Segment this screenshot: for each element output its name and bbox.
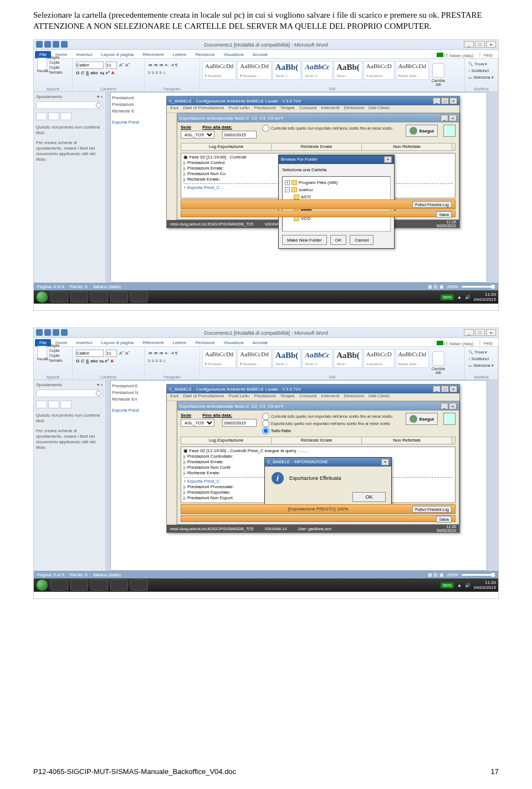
tab-riferimenti[interactable]: Riferimenti xyxy=(138,51,168,58)
select-item[interactable]: ▭ Seleziona ▾ xyxy=(468,74,494,81)
copy-item[interactable]: Copia xyxy=(49,60,69,65)
nav-msg-1: Questo documento non contiene titoli. xyxy=(36,125,103,136)
tab-layout[interactable]: Layout di pagina xyxy=(97,51,139,58)
style-normale[interactable]: AaBbCcDd¶ Normale xyxy=(202,61,236,80)
replace-item[interactable]: ↕ Sostituisci xyxy=(468,68,494,74)
taskbar-item[interactable] xyxy=(70,291,88,303)
nav-msg-2: Per creare schede di spostamento, creare… xyxy=(36,140,103,162)
export-log: Fase 02 [11:19:00] - Controlli Prestazio… xyxy=(181,153,456,198)
chk-controlla[interactable] xyxy=(262,125,269,132)
taskbar-item[interactable] xyxy=(110,291,128,303)
date-input[interactable] xyxy=(222,131,257,139)
style-enfasi[interactable]: AaBbCcDdEnfasi delic... xyxy=(396,61,429,80)
minimize-button[interactable]: _ xyxy=(464,41,474,48)
status-lang[interactable]: Italiano (Italia) xyxy=(93,284,121,289)
start-button[interactable] xyxy=(36,579,48,591)
style-titolo[interactable]: AaBb(Titolo xyxy=(334,61,362,80)
export-icon[interactable] xyxy=(443,125,456,137)
salva-button[interactable]: Salva xyxy=(436,516,452,522)
status-page[interactable]: Pagina: 4 di 4 xyxy=(37,284,64,289)
underline-button[interactable]: S xyxy=(86,70,89,75)
tab-richieste[interactable]: Richieste Errate xyxy=(272,144,362,150)
bold-button[interactable]: G xyxy=(76,70,79,75)
nav-tab-3[interactable] xyxy=(60,112,71,120)
tab-acrobat[interactable]: Acrobat xyxy=(248,51,272,58)
maximize-button[interactable]: □ xyxy=(475,41,485,48)
progress-text: [Esportazione PRESTC] 100% xyxy=(288,506,349,511)
word-status-bar: Pagina: 4 di 4 Parole: 0 Italiano (Itali… xyxy=(34,283,498,290)
style-sottotitolo[interactable]: AaBbCcDSottotitolo xyxy=(364,61,395,80)
info-dialog: C_BABELE - INFORMAZIONE× i Esportazione … xyxy=(264,457,392,507)
zoom-slider[interactable] xyxy=(462,286,495,288)
tab-nonref[interactable]: Non Refertate xyxy=(362,144,452,150)
save-icon[interactable] xyxy=(44,41,51,48)
tab-visualizza[interactable]: Visualizza xyxy=(219,51,248,58)
folder-icon xyxy=(291,180,297,185)
footer-page-number: 17 xyxy=(491,767,499,776)
babele-close[interactable]: × xyxy=(449,98,457,104)
cut-item[interactable]: Taglia xyxy=(49,55,69,60)
esegui-button[interactable]: Esegui xyxy=(406,125,438,137)
folder-icon xyxy=(291,187,297,192)
word-titlebar: Documento1 [Modalità di compatibilità] -… xyxy=(34,40,498,50)
search-icon xyxy=(96,103,101,108)
close-button[interactable]: × xyxy=(486,41,496,48)
nav-close-icon[interactable]: ▾ × xyxy=(97,94,103,99)
group-carattere: Carattere xyxy=(73,87,144,91)
group-paragrafo: Paragrafo xyxy=(145,87,200,91)
tab-revisione[interactable]: Revisione xyxy=(191,51,219,58)
tab-log[interactable]: Log Esportazione xyxy=(181,144,272,150)
word-titlebar: Documento1 [Modalità di compatibilità] -… xyxy=(34,328,498,338)
taskbar-item[interactable] xyxy=(50,291,68,303)
make-new-folder-button[interactable]: Make New Folder xyxy=(282,235,327,245)
sede-label: Sede xyxy=(181,125,191,130)
status-zoom[interactable]: 200% xyxy=(447,284,458,289)
battery-indicator[interactable]: 96% xyxy=(441,294,454,300)
language-indicator[interactable]: IT Italian (Italy) xyxy=(437,53,474,58)
find-item[interactable]: 🔍 Trova ▾ xyxy=(468,61,494,68)
page-footer: P12-4065-SIGCIP-MUT-SISMAS-Manuale_Backo… xyxy=(33,767,499,776)
babele-window: C_BABELE - Configurazione Ambiente BABEL… xyxy=(166,96,460,228)
tab-lettere[interactable]: Lettere xyxy=(168,51,191,58)
font-size-input[interactable] xyxy=(106,62,117,69)
babele-title: C_BABELE - Configurazione Ambiente BABEL… xyxy=(169,99,301,104)
babele-maximize[interactable]: □ xyxy=(441,98,449,104)
cancel-button[interactable]: Cancel xyxy=(350,235,374,245)
pulisci-button[interactable]: Pulisci Finestra Log xyxy=(412,506,452,513)
salva-button[interactable]: Salva xyxy=(436,211,452,218)
group-appunti: Appunti xyxy=(34,87,72,91)
export-min[interactable]: _ xyxy=(441,115,448,121)
nav-tab-2[interactable] xyxy=(48,112,59,120)
esegui-button[interactable]: Esegui xyxy=(406,413,438,425)
babele-minimize[interactable]: _ xyxy=(433,98,441,104)
taskbar-item[interactable] xyxy=(90,291,108,303)
system-clock[interactable]: 11:2004/03/2015 xyxy=(474,292,496,302)
font-name-input[interactable] xyxy=(76,62,104,69)
redo-icon[interactable] xyxy=(61,41,68,48)
change-styles-icon[interactable] xyxy=(432,63,444,78)
navigation-pane: Spostamento▾ × Questo documento non cont… xyxy=(34,92,106,283)
status-words[interactable]: Parole: 0 xyxy=(70,284,88,289)
tab-inserisci[interactable]: Inserisci xyxy=(71,51,96,58)
info-ok-button[interactable]: OK xyxy=(352,492,386,502)
style-nessuna[interactable]: AaBbCcDd¶ Nessuna ... xyxy=(237,61,271,80)
style-titolo1[interactable]: AaBb(Titolo 1 xyxy=(273,61,301,80)
sede-select[interactable]: ASL_TO5 xyxy=(181,131,214,139)
babele-window: C_BABELE - Configurazione Ambiente BABEL… xyxy=(166,384,460,533)
export-close[interactable]: × xyxy=(449,115,457,121)
taskbar-item[interactable] xyxy=(130,291,148,303)
ok-button[interactable]: OK xyxy=(330,235,347,245)
help-button[interactable]: ❔ Help xyxy=(477,53,493,58)
undo-icon[interactable] xyxy=(53,41,59,48)
export-window: Esportazione ambulatoriale flussi C, C2,… xyxy=(177,113,459,220)
browse-close[interactable]: × xyxy=(384,156,392,163)
nav-search-input[interactable] xyxy=(36,101,103,109)
cambia-stili-label: Cambia stili xyxy=(432,79,445,86)
italic-button[interactable]: C xyxy=(81,70,84,75)
quick-access-toolbar[interactable] xyxy=(36,41,68,48)
pulisci-button[interactable]: Pulisci Finestra Log xyxy=(412,201,452,208)
style-titolo2[interactable]: AaBbCcTitolo 2 xyxy=(302,61,332,80)
nav-tab-1[interactable] xyxy=(36,112,47,120)
info-close[interactable]: × xyxy=(381,459,389,465)
start-button[interactable] xyxy=(36,291,48,303)
